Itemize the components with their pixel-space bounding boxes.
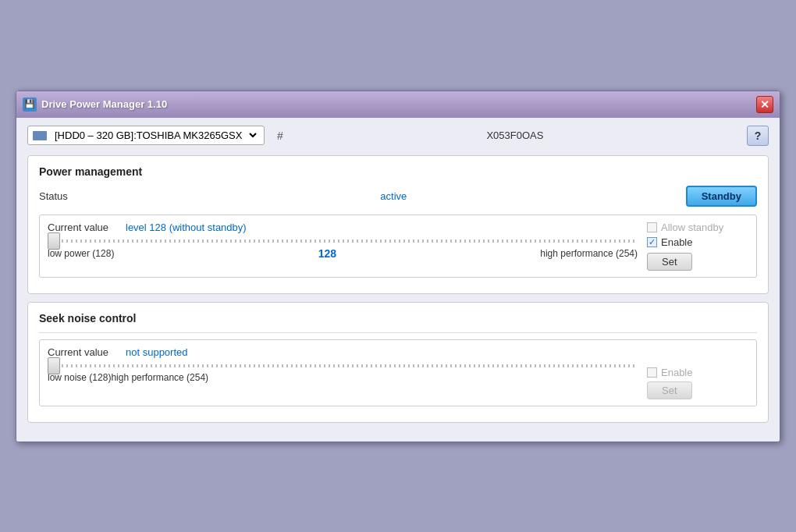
title-bar-left: 💾 Drive Power Manager 1.10 [23,98,167,112]
noise-slider-wrapper[interactable] [48,364,638,367]
seek-noise-section: Seek noise control Current value not sup… [27,302,769,423]
noise-set-button: Set [647,381,692,399]
window-body: [HDD0 – 320 GB]:TOSHIBA MK3265GSX # X053… [16,118,780,442]
title-bar: 💾 Drive Power Manager 1.10 ✕ [16,91,780,118]
power-slider-with-controls: Current value level 128 (without standby… [48,222,748,271]
enable-checkbox[interactable]: ✓ [647,237,657,247]
status-label: Status [39,190,101,202]
noise-slider-with-controls: Current value not supported [48,346,748,399]
noise-label-right: high performance (254) [111,372,208,383]
window-title: Drive Power Manager 1.10 [41,98,167,110]
drive-icon [33,131,47,140]
allow-standby-label: Allow standby [661,222,723,233]
hash-symbol: # [277,129,283,142]
power-set-button[interactable]: Set [647,253,692,271]
power-slider-labels: low power (128) 128 high performance (25… [48,247,638,260]
noise-slider-labels: low noise (128) high performance (254) [48,372,638,383]
power-slider-section: Current value level 128 (without standby… [39,215,757,278]
power-slider-left: Current value level 128 (without standby… [48,222,638,260]
power-label-left: low power (128) [48,248,114,259]
noise-enable-label: Enable [661,367,692,378]
status-row: Status active Standby [39,186,757,207]
drive-selector-container: [HDD0 – 320 GB]:TOSHIBA MK3265GSX [27,126,265,145]
toolbar: [HDD0 – 320 GB]:TOSHIBA MK3265GSX # X053… [27,126,769,146]
power-management-title: Power management [39,165,757,178]
help-button[interactable]: ? [747,126,769,146]
noise-enable-checkbox[interactable] [647,367,657,378]
close-button[interactable]: ✕ [756,96,773,113]
power-current-value-text: level 128 (without standby) [126,222,247,233]
noise-slider-container [48,364,638,367]
noise-current-value-label: Current value [48,346,126,358]
enable-label: Enable [661,236,692,248]
drive-dropdown[interactable]: [HDD0 – 320 GB]:TOSHIBA MK3265GSX [52,129,259,142]
power-slider-wrapper[interactable] [48,239,638,243]
noise-controls-right: Enable Set [647,346,748,399]
noise-slider-section: Current value not supported [39,339,757,406]
power-slider-container [48,239,638,243]
power-controls-right: Allow standby ✓ Enable Set [647,222,748,271]
seek-noise-title: Seek noise control [39,312,757,325]
noise-enable-row: Enable [647,367,692,378]
main-window: 💾 Drive Power Manager 1.10 ✕ [HDD0 – 320… [16,90,780,442]
serial-number: X053F0OAS [290,129,741,141]
noise-slider-left: Current value not supported [48,346,638,383]
power-label-right: high performance (254) [540,248,638,259]
status-value: active [101,190,686,202]
power-current-value-row: Current value level 128 (without standby… [48,222,638,233]
enable-row: ✓ Enable [647,236,692,248]
allow-standby-checkbox[interactable] [647,222,657,232]
noise-current-value-text: not supported [126,346,188,358]
divider [39,332,757,333]
power-label-center: 128 [114,247,540,260]
power-current-value-label: Current value [48,222,126,233]
standby-button[interactable]: Standby [686,186,757,207]
app-icon: 💾 [23,98,37,112]
allow-standby-row: Allow standby [647,222,723,233]
noise-current-value-row: Current value not supported [48,346,638,358]
power-management-section: Power management Status active Standby C… [27,155,769,294]
